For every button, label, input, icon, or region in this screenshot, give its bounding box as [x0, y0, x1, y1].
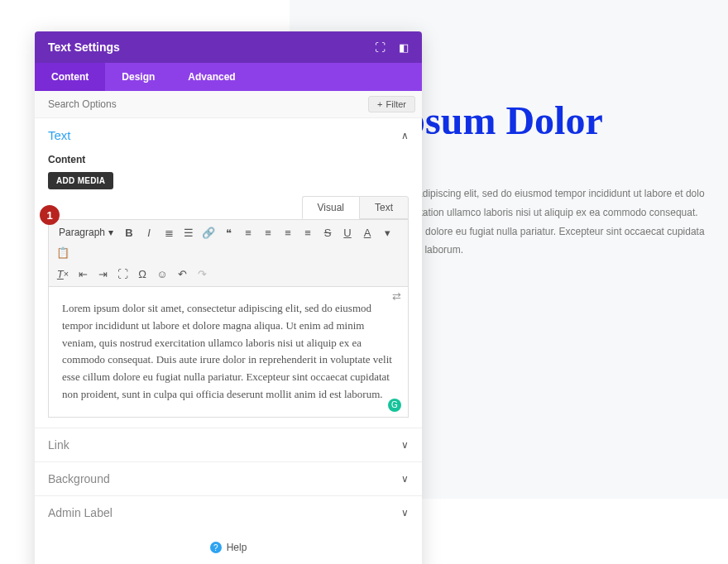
- special-char-icon[interactable]: Ω: [133, 265, 151, 283]
- plus-icon: +: [377, 99, 382, 109]
- editor-tab-visual[interactable]: Visual: [302, 196, 359, 219]
- search-row: +Filter: [35, 91, 422, 118]
- chevron-down-icon: ∨: [401, 473, 409, 485]
- panel-header[interactable]: Text Settings ⛶ ◧: [35, 31, 422, 63]
- editor-body[interactable]: ⇄ Lorem ipsum dolor sit amet, consectetu…: [48, 287, 409, 418]
- toolbar-toggle-icon[interactable]: ⇄: [392, 290, 401, 303]
- help-link[interactable]: ? Help: [210, 542, 247, 553]
- section-background[interactable]: Background ∨: [35, 462, 422, 496]
- add-media-button[interactable]: ADD MEDIA: [48, 172, 113, 189]
- section-text-header[interactable]: Text ∧: [48, 128, 409, 142]
- snap-icon[interactable]: ◧: [399, 41, 409, 54]
- link-icon[interactable]: 🔗: [199, 223, 218, 241]
- bullet-list-icon[interactable]: ≣: [160, 223, 178, 241]
- tab-advanced[interactable]: Advanced: [171, 63, 251, 91]
- fullscreen-icon[interactable]: ⛶: [113, 265, 132, 283]
- callout-1: 1: [40, 205, 60, 225]
- outdent-icon[interactable]: ⇤: [74, 265, 92, 283]
- tab-design[interactable]: Design: [105, 63, 171, 91]
- clear-format-icon[interactable]: T×: [54, 265, 72, 283]
- help-icon: ?: [210, 542, 222, 553]
- section-background-title: Background: [48, 472, 110, 485]
- help-row: ? Help: [35, 529, 422, 561]
- paste-icon[interactable]: 📋: [54, 243, 72, 261]
- italic-icon[interactable]: I: [140, 223, 158, 241]
- section-text-title: Text: [48, 128, 71, 142]
- emoji-icon[interactable]: ☺: [153, 265, 171, 283]
- settings-panel: Text Settings ⛶ ◧ Content Design Advance…: [35, 31, 422, 564]
- align-justify-icon[interactable]: ≡: [299, 223, 317, 241]
- text-color-icon[interactable]: A: [358, 223, 376, 241]
- caret-down-icon[interactable]: ▾: [378, 223, 396, 241]
- chevron-down-icon: ∨: [401, 439, 409, 451]
- settings-tabs: Content Design Advanced: [35, 63, 422, 91]
- editor-toolbar: Paragraph▾ B I ≣ ☰ 🔗 ❝ ≡ ≡ ≡ ≡ S U A ▾ 📋…: [48, 219, 409, 287]
- section-link[interactable]: Link ∨: [35, 428, 422, 462]
- section-admin-label-title: Admin Label: [48, 506, 113, 519]
- blockquote-icon[interactable]: ❝: [219, 223, 237, 241]
- caret-down-icon: ▾: [108, 227, 113, 238]
- editor-content[interactable]: Lorem ipsum dolor sit amet, consectetur …: [62, 300, 395, 404]
- numbered-list-icon[interactable]: ☰: [180, 223, 198, 241]
- redo-icon[interactable]: ↷: [193, 265, 211, 283]
- indent-icon[interactable]: ⇥: [93, 265, 112, 283]
- section-admin-label[interactable]: Admin Label ∨: [35, 496, 422, 529]
- grammarly-icon[interactable]: G: [388, 399, 401, 412]
- section-text: Text ∧ Content ADD MEDIA Visual Text Par…: [35, 118, 422, 428]
- content-label: Content: [48, 154, 409, 165]
- editor-tab-text[interactable]: Text: [359, 196, 409, 219]
- strike-icon[interactable]: S: [318, 223, 337, 241]
- chevron-down-icon: ∨: [401, 507, 409, 519]
- align-left-icon[interactable]: ≡: [239, 223, 257, 241]
- bold-icon[interactable]: B: [120, 223, 138, 241]
- undo-icon[interactable]: ↶: [173, 265, 191, 283]
- filter-button[interactable]: +Filter: [368, 96, 415, 112]
- tab-content[interactable]: Content: [35, 63, 105, 91]
- expand-icon[interactable]: ⛶: [375, 41, 386, 54]
- align-center-icon[interactable]: ≡: [259, 223, 277, 241]
- panel-title: Text Settings: [48, 41, 120, 54]
- section-link-title: Link: [48, 438, 69, 452]
- chevron-up-icon: ∧: [401, 130, 409, 141]
- search-input[interactable]: [48, 98, 368, 110]
- editor-mode-tabs: Visual Text: [48, 196, 409, 219]
- underline-icon[interactable]: U: [338, 223, 357, 241]
- format-select[interactable]: Paragraph▾: [54, 225, 118, 240]
- align-right-icon[interactable]: ≡: [279, 223, 297, 241]
